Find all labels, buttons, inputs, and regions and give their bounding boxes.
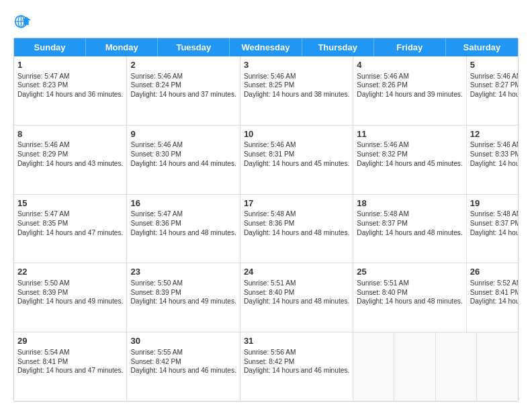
- sunset-info: Sunset: 8:36 PM: [244, 219, 349, 228]
- sunrise-info: Sunrise: 5:46 AM: [17, 140, 123, 150]
- sunset-info: Sunset: 8:39 PM: [17, 288, 123, 298]
- day-number: 31: [244, 335, 349, 347]
- logo: [13, 12, 35, 31]
- sunset-info: Sunset: 8:26 PM: [357, 81, 462, 90]
- day-number: 3: [244, 59, 349, 71]
- sunrise-info: Sunrise: 5:46 AM: [130, 72, 236, 81]
- weekday-header-sunday: Sunday: [14, 38, 86, 56]
- day-number: 16: [130, 197, 236, 210]
- daylight-info: Daylight: 14 hours and 49 minutes.: [17, 297, 123, 306]
- day-cell-29: 29Sunrise: 5:54 AMSunset: 8:41 PMDayligh…: [14, 332, 127, 401]
- daylight-info: Daylight: 14 hours and 48 minutes.: [244, 297, 349, 306]
- weekday-header-tuesday: Tuesday: [158, 38, 230, 56]
- daylight-info: Daylight: 14 hours and 48 minutes.: [357, 297, 462, 306]
- daylight-info: Daylight: 14 hours and 43 minutes.: [17, 159, 123, 169]
- sunset-info: Sunset: 8:24 PM: [130, 81, 236, 90]
- daylight-info: Daylight: 14 hours and 47 minutes.: [17, 228, 123, 238]
- sunrise-info: Sunrise: 5:46 AM: [357, 72, 462, 81]
- day-number: 9: [130, 128, 236, 140]
- day-cell-3: 3Sunrise: 5:46 AMSunset: 8:25 PMDaylight…: [240, 56, 353, 125]
- day-cell-5: 5Sunrise: 5:46 AMSunset: 8:27 PMDaylight…: [467, 56, 519, 125]
- day-number: 19: [470, 197, 519, 210]
- daylight-info: Daylight: 14 hours and 46 minutes.: [470, 159, 519, 169]
- sunset-info: Sunset: 8:40 PM: [357, 288, 462, 298]
- sunset-info: Sunset: 8:41 PM: [17, 357, 123, 367]
- sunset-info: Sunset: 8:41 PM: [470, 288, 519, 298]
- sunrise-info: Sunrise: 5:46 AM: [244, 140, 349, 150]
- weekday-header-thursday: Thursday: [302, 38, 374, 56]
- day-number: 17: [244, 197, 349, 210]
- daylight-info: Daylight: 14 hours and 46 minutes.: [130, 366, 236, 375]
- day-cell-26: 26Sunrise: 5:52 AMSunset: 8:41 PMDayligh…: [467, 263, 519, 332]
- day-number: 25: [357, 266, 462, 278]
- sunrise-info: Sunrise: 5:48 AM: [470, 210, 519, 219]
- sunrise-info: Sunrise: 5:52 AM: [470, 279, 519, 288]
- weekday-header-friday: Friday: [374, 38, 446, 56]
- day-cell-2: 2Sunrise: 5:46 AMSunset: 8:24 PMDaylight…: [127, 56, 240, 125]
- sunrise-info: Sunrise: 5:46 AM: [470, 72, 519, 81]
- day-cell-10: 10Sunrise: 5:46 AMSunset: 8:31 PMDayligh…: [240, 126, 353, 194]
- day-number: 29: [17, 335, 123, 347]
- calendar-body: 1Sunrise: 5:47 AMSunset: 8:23 PMDaylight…: [14, 56, 518, 401]
- calendar-row-2: 8Sunrise: 5:46 AMSunset: 8:29 PMDaylight…: [14, 126, 518, 195]
- day-cell-24: 24Sunrise: 5:51 AMSunset: 8:40 PMDayligh…: [240, 263, 353, 332]
- day-number: 26: [470, 266, 519, 278]
- sunset-info: Sunset: 8:33 PM: [470, 150, 519, 159]
- sunrise-info: Sunrise: 5:48 AM: [244, 210, 349, 219]
- calendar-row-1: 1Sunrise: 5:47 AMSunset: 8:23 PMDaylight…: [14, 56, 518, 126]
- daylight-info: Daylight: 14 hours and 49 minutes.: [130, 297, 236, 306]
- daylight-info: Daylight: 14 hours and 48 minutes.: [470, 297, 519, 306]
- empty-cell: [394, 332, 435, 401]
- day-number: 8: [17, 128, 123, 140]
- sunrise-info: Sunrise: 5:46 AM: [130, 140, 236, 150]
- day-number: 15: [17, 197, 123, 210]
- sunrise-info: Sunrise: 5:47 AM: [130, 210, 236, 219]
- sunset-info: Sunset: 8:25 PM: [244, 81, 349, 90]
- sunrise-info: Sunrise: 5:48 AM: [357, 210, 462, 219]
- sunset-info: Sunset: 8:27 PM: [470, 81, 519, 90]
- sunrise-info: Sunrise: 5:46 AM: [470, 140, 519, 150]
- daylight-info: Daylight: 14 hours and 48 minutes.: [244, 228, 349, 238]
- day-cell-17: 17Sunrise: 5:48 AMSunset: 8:36 PMDayligh…: [240, 195, 353, 263]
- day-number: 11: [357, 128, 462, 140]
- daylight-info: Daylight: 14 hours and 49 minutes.: [470, 228, 519, 238]
- sunrise-info: Sunrise: 5:46 AM: [244, 72, 349, 81]
- sunset-info: Sunset: 8:40 PM: [244, 288, 349, 298]
- sunset-info: Sunset: 8:42 PM: [244, 357, 349, 367]
- sunset-info: Sunset: 8:37 PM: [357, 219, 462, 228]
- sunset-info: Sunset: 8:36 PM: [130, 219, 236, 228]
- sunset-info: Sunset: 8:32 PM: [357, 150, 462, 159]
- day-number: 2: [130, 59, 236, 71]
- day-cell-11: 11Sunrise: 5:46 AMSunset: 8:32 PMDayligh…: [353, 126, 466, 194]
- day-number: 12: [470, 128, 519, 140]
- sunset-info: Sunset: 8:23 PM: [17, 81, 123, 90]
- calendar-row-5: 29Sunrise: 5:54 AMSunset: 8:41 PMDayligh…: [14, 332, 518, 401]
- day-number: 18: [357, 197, 462, 210]
- daylight-info: Daylight: 14 hours and 45 minutes.: [244, 159, 349, 169]
- day-number: 10: [244, 128, 349, 140]
- weekday-header-saturday: Saturday: [446, 38, 518, 56]
- day-number: 4: [357, 59, 462, 71]
- sunset-info: Sunset: 8:42 PM: [130, 357, 236, 367]
- day-number: 5: [470, 59, 519, 71]
- day-number: 1: [17, 59, 123, 71]
- sunrise-info: Sunrise: 5:50 AM: [17, 279, 123, 288]
- sunrise-info: Sunrise: 5:46 AM: [357, 140, 462, 150]
- day-cell-8: 8Sunrise: 5:46 AMSunset: 8:29 PMDaylight…: [14, 126, 127, 194]
- page: SundayMondayTuesdayWednesdayThursdayFrid…: [0, 0, 532, 411]
- calendar: SundayMondayTuesdayWednesdayThursdayFrid…: [13, 38, 519, 402]
- day-cell-1: 1Sunrise: 5:47 AMSunset: 8:23 PMDaylight…: [14, 56, 127, 125]
- day-cell-15: 15Sunrise: 5:47 AMSunset: 8:35 PMDayligh…: [14, 195, 127, 263]
- daylight-info: Daylight: 14 hours and 48 minutes.: [130, 228, 236, 238]
- daylight-info: Daylight: 14 hours and 47 minutes.: [17, 366, 123, 375]
- sunrise-info: Sunrise: 5:55 AM: [130, 348, 236, 357]
- sunset-info: Sunset: 8:39 PM: [130, 288, 236, 298]
- sunset-info: Sunset: 8:31 PM: [244, 150, 349, 159]
- daylight-info: Daylight: 14 hours and 48 minutes.: [357, 228, 462, 238]
- daylight-info: Daylight: 14 hours and 38 minutes.: [244, 90, 349, 99]
- day-cell-31: 31Sunrise: 5:56 AMSunset: 8:42 PMDayligh…: [240, 332, 353, 401]
- logo-icon: [13, 12, 32, 31]
- sunrise-info: Sunrise: 5:51 AM: [244, 279, 349, 288]
- day-number: 30: [130, 335, 236, 347]
- day-number: 24: [244, 266, 349, 278]
